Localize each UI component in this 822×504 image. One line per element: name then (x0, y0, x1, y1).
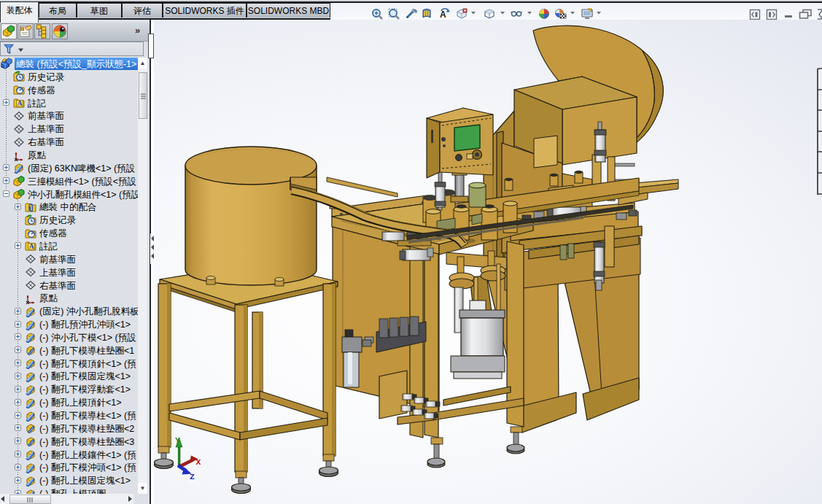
svg-text:A: A (17, 99, 23, 107)
svg-text:X: X (196, 457, 201, 467)
svg-text:Z: Z (190, 472, 195, 481)
svg-text:A: A (28, 243, 34, 251)
svg-text:Y: Y (175, 435, 180, 445)
